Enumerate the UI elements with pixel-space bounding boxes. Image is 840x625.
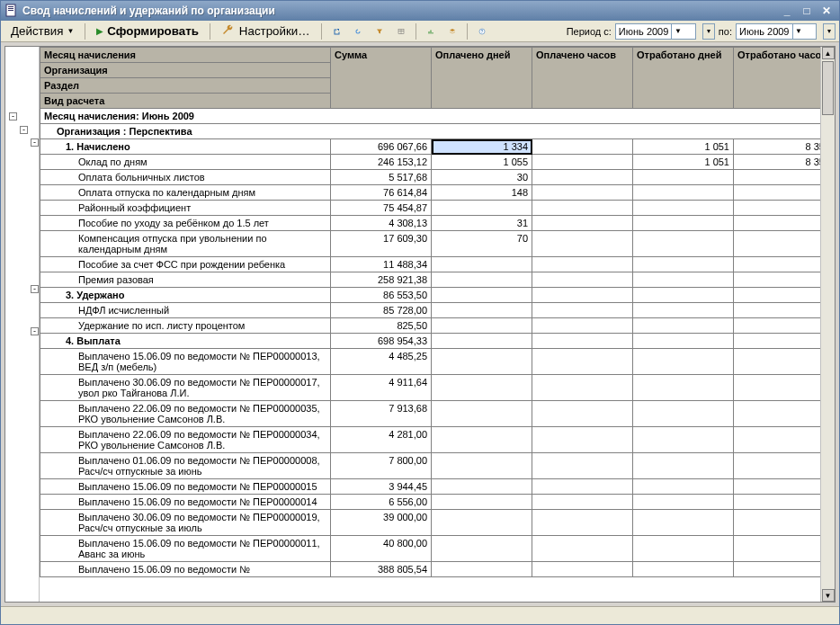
row-name: Выплачено 22.06.09 по ведомости № ПЕР000… <box>40 427 331 453</box>
svg-rect-1 <box>8 6 13 7</box>
row-value <box>432 536 532 562</box>
row-value: 86 553,50 <box>331 288 432 303</box>
table-row[interactable]: Оплата отпуска по календарным дням76 614… <box>40 185 835 201</box>
tree-toggle-icon[interactable]: - <box>31 327 39 335</box>
period-from-value: Июнь 2009 <box>619 26 669 37</box>
chevron-down-icon[interactable]: ▼ <box>792 24 805 39</box>
group-org-row[interactable]: Организация : Перспектива <box>40 124 835 139</box>
row-value: 696 067,66 <box>331 139 432 155</box>
row-value <box>633 303 734 318</box>
row-value <box>532 257 633 272</box>
row-value <box>532 453 633 479</box>
table-row[interactable]: Премия разовая258 921,38 <box>40 272 835 288</box>
row-value: 30 <box>432 170 532 185</box>
period-from-field[interactable]: Июнь 2009 ▼ <box>615 23 696 40</box>
play-icon: ▶ <box>96 26 103 36</box>
row-value <box>733 562 834 577</box>
row-value: 1 334 <box>432 139 532 155</box>
row-value: 698 954,33 <box>331 334 432 349</box>
row-value <box>633 479 734 495</box>
tree-toggle-icon[interactable]: - <box>31 285 39 293</box>
chart-icon-button[interactable] <box>421 22 441 40</box>
row-value <box>633 170 734 185</box>
row-name: Пособие по уходу за ребёнком до 1.5 лет <box>40 216 331 231</box>
separator <box>210 23 210 40</box>
row-name: Выплачено 01.06.09 по ведомости № ПЕР000… <box>40 453 331 479</box>
scroll-down-icon[interactable]: ▼ <box>822 589 835 602</box>
row-value: 258 921,38 <box>331 272 432 288</box>
settings-button[interactable]: Настройки… <box>215 22 317 40</box>
form-label: Сформировать <box>107 24 199 38</box>
row-value <box>432 257 532 272</box>
tree-toggle-icon[interactable]: - <box>9 112 17 121</box>
table-row[interactable]: Выплачено 22.06.09 по ведомости № ПЕР000… <box>40 401 835 427</box>
table-row[interactable]: Выплачено 15.06.09 по ведомости № ПЕР000… <box>40 495 835 510</box>
layers-icon-button[interactable] <box>442 22 462 40</box>
chevron-down-icon[interactable]: ▼ <box>671 24 684 39</box>
table-row[interactable]: Выплачено 15.06.09 по ведомости № ПЕР000… <box>40 479 835 495</box>
filter-icon-button[interactable] <box>370 22 389 40</box>
table-row[interactable]: Оклад по дням246 153,121 0551 0518 354 <box>40 155 835 170</box>
window-title: Свод начислений и удержаний по организац… <box>22 4 778 17</box>
table-row[interactable]: Выплачено 30.06.09 по ведомости № ПЕР000… <box>40 375 835 401</box>
scroll-up-icon[interactable]: ▲ <box>822 47 835 59</box>
maximize-button[interactable]: □ <box>798 4 816 18</box>
table-row[interactable]: Выплачено 15.06.09 по ведомости № ПЕР000… <box>40 536 835 562</box>
row-value <box>733 349 834 375</box>
row-value <box>532 318 633 334</box>
row-value <box>432 427 532 453</box>
row-value <box>733 510 834 536</box>
row-name: Оплата отпуска по календарным дням <box>40 185 331 201</box>
table-row[interactable]: Выплачено 01.06.09 по ведомости № ПЕР000… <box>40 453 835 479</box>
table-row[interactable]: Удержание по исп. листу процентом825,50 <box>40 318 835 334</box>
table-row[interactable]: Выплачено 15.06.09 по ведомости №388 805… <box>40 562 835 577</box>
table-row[interactable]: Пособие за счет ФСС при рождении ребенка… <box>40 257 835 272</box>
table-row[interactable]: 4. Выплата698 954,33 <box>40 334 835 349</box>
row-value: 246 153,12 <box>331 155 432 170</box>
row-value <box>432 303 532 318</box>
row-value: 388 805,54 <box>331 562 432 577</box>
statusbar <box>1 606 839 624</box>
group-month-row[interactable]: Месяц начисления: Июнь 2009 <box>40 109 835 124</box>
export-icon-button[interactable] <box>326 22 346 40</box>
row-value <box>532 231 633 257</box>
row-value <box>733 401 834 427</box>
table-row[interactable]: Районный коэффициент75 454,87 <box>40 201 835 216</box>
minimize-button[interactable]: _ <box>778 4 796 18</box>
vertical-scrollbar[interactable]: ▲ ▼ <box>820 47 835 602</box>
row-value: 76 614,84 <box>331 185 432 201</box>
svg-rect-9 <box>432 32 433 34</box>
table-icon-button[interactable] <box>391 22 411 40</box>
table-row[interactable]: Компенсация отпуска при увольнении по ка… <box>40 231 835 257</box>
row-value <box>633 185 734 201</box>
help-icon-button[interactable]: ? <box>472 22 492 40</box>
table-row[interactable]: Выплачено 15.06.09 по ведомости № ПЕР000… <box>40 349 835 375</box>
refresh-icon-button[interactable] <box>348 22 368 40</box>
period-to-field[interactable]: Июнь 2009 ▼ <box>736 23 817 40</box>
tree-toggle-icon[interactable]: - <box>20 126 28 134</box>
table-row[interactable]: 1. Начислено696 067,661 3341 0518 354 <box>40 139 835 155</box>
table-row[interactable]: 3. Удержано86 553,50 <box>40 288 835 303</box>
close-button[interactable]: ✕ <box>818 4 836 18</box>
table-row[interactable]: Выплачено 30.06.09 по ведомости № ПЕР000… <box>40 510 835 536</box>
scroll-thumb[interactable] <box>822 61 834 115</box>
report-table-wrap[interactable]: Месяц начисления Сумма Оплачено дней Опл… <box>40 47 835 602</box>
row-value <box>633 427 734 453</box>
row-value <box>633 495 734 510</box>
scroll-track[interactable] <box>821 59 835 589</box>
table-row[interactable]: Пособие по уходу за ребёнком до 1.5 лет4… <box>40 216 835 231</box>
tree-toggle-icon[interactable]: - <box>31 138 39 147</box>
period-from-stepper[interactable]: ▾ <box>702 23 715 40</box>
actions-menu-button[interactable]: Действия ▼ <box>4 22 80 40</box>
row-value <box>532 216 633 231</box>
table-row[interactable]: Выплачено 22.06.09 по ведомости № ПЕР000… <box>40 427 835 453</box>
form-button[interactable]: ▶ Сформировать <box>90 22 205 40</box>
row-value <box>733 216 834 231</box>
row-value <box>532 495 633 510</box>
table-row[interactable]: Оплата больничных листов5 517,6830 <box>40 170 835 185</box>
row-name: Премия разовая <box>40 272 331 288</box>
row-value <box>633 201 734 216</box>
table-row[interactable]: НДФЛ исчисленный85 728,00 <box>40 303 835 318</box>
period-to-stepper[interactable]: ▾ <box>823 23 836 40</box>
row-name: Выплачено 15.06.09 по ведомости № ПЕР000… <box>40 536 331 562</box>
